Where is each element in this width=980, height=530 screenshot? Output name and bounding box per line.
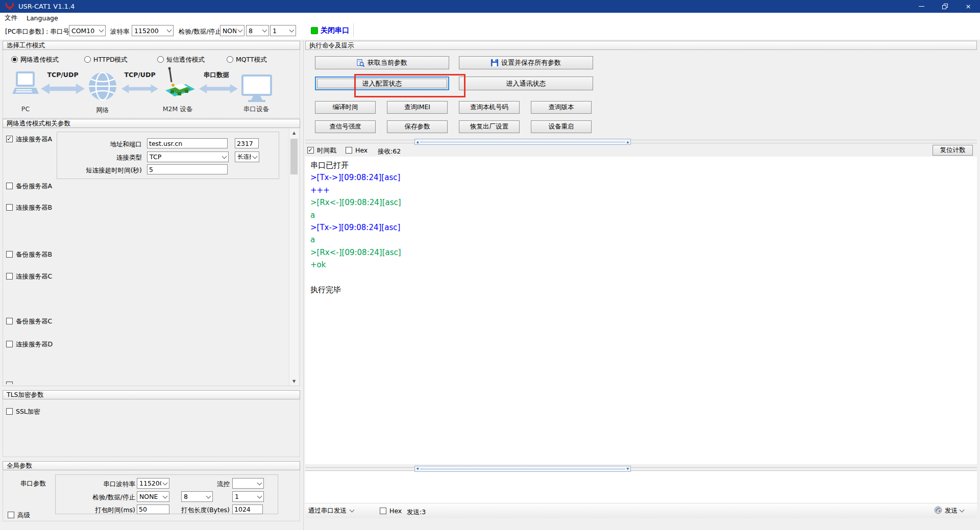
- pack-time-input[interactable]: [137, 504, 169, 514]
- minimize-button[interactable]: [910, 0, 933, 13]
- scroll-down-icon[interactable]: ▼: [289, 377, 299, 386]
- save-params-button[interactable]: 保存参数: [387, 120, 448, 133]
- log-blank-line: [310, 271, 972, 284]
- pc-serial-params-label: [PC串口参数]：串口号: [5, 28, 69, 35]
- radio-net-passthrough-label[interactable]: 网络透传模式: [20, 56, 59, 63]
- send-via-serial-dropdown[interactable]: 通过串口发送: [308, 507, 354, 514]
- send-input-area[interactable]: [305, 471, 977, 503]
- log-line: >[Rx<-][09:08:24][asc]: [310, 246, 972, 259]
- server-c-label[interactable]: 连接服务器C: [16, 272, 52, 280]
- log-line: >[Tx->][09:08:24][asc]: [310, 171, 972, 184]
- parity-select[interactable]: NONE: [220, 25, 244, 36]
- log-hex-label[interactable]: Hex: [355, 146, 368, 154]
- menubar: 文件 Language: [0, 13, 980, 23]
- scrollbar-thumb[interactable]: [290, 139, 298, 174]
- set-save-all-params-button[interactable]: 设置并保存所有参数: [459, 56, 593, 69]
- serial-databits-select[interactable]: 8: [181, 491, 213, 502]
- advanced-checkbox[interactable]: [8, 512, 14, 518]
- advanced-label[interactable]: 高级: [17, 511, 30, 519]
- m2m-node-label: M2M 设备: [157, 105, 198, 114]
- panel-divider[interactable]: [303, 40, 304, 530]
- log-output[interactable]: 串口已打开 >[Tx->][09:08:24][asc] +++ >[Rx<-]…: [305, 157, 977, 464]
- send-button[interactable]: 发送: [934, 506, 964, 514]
- pack-length-input[interactable]: [232, 504, 263, 514]
- compile-time-button[interactable]: 编译时间: [315, 101, 376, 114]
- port-open-status-icon: [311, 27, 318, 34]
- log-line: a: [310, 209, 972, 221]
- serial-device-icon: [241, 74, 273, 103]
- pc-node-label: PC: [12, 105, 39, 113]
- radio-mqtt-label[interactable]: MQTT模式: [236, 56, 267, 63]
- menu-language[interactable]: Language: [22, 13, 63, 23]
- radio-mqtt-mode[interactable]: [227, 56, 233, 63]
- close-button[interactable]: ×: [957, 0, 980, 13]
- log-hex-checkbox[interactable]: [346, 147, 352, 154]
- server-a-checkbox[interactable]: [6, 136, 13, 142]
- link-network-m2m-label: TCP/UDP: [121, 71, 158, 79]
- backup-server-a-checkbox[interactable]: [6, 183, 13, 189]
- reset-count-button[interactable]: 复位计数: [933, 145, 973, 156]
- search-doc-icon: [357, 59, 364, 67]
- get-current-params-button[interactable]: 获取当前参数: [315, 56, 449, 69]
- server-b-label[interactable]: 连接服务器B: [16, 204, 52, 211]
- server-d-checkbox[interactable]: [6, 341, 13, 347]
- query-local-number-button[interactable]: 查询本机号码: [459, 101, 520, 114]
- server-d-label[interactable]: 连接服务器D: [16, 340, 53, 348]
- keepalive-select[interactable]: 长连接: [235, 152, 259, 162]
- enter-config-state-button[interactable]: 进入配置状态: [315, 77, 449, 90]
- databits-select[interactable]: 8: [246, 25, 269, 36]
- short-conn-timeout-input[interactable]: [147, 164, 228, 174]
- ssl-label[interactable]: SSL加密: [16, 408, 40, 415]
- maximize-button[interactable]: [933, 0, 957, 13]
- query-version-button[interactable]: 查询版本: [531, 101, 592, 114]
- backup-server-b-label[interactable]: 备份服务器B: [16, 250, 52, 258]
- flow-control-select[interactable]: [232, 478, 264, 489]
- chevron-down-icon: [261, 30, 268, 32]
- query-imei-button[interactable]: 查询IMEI: [387, 101, 448, 114]
- server-b-checkbox[interactable]: [6, 204, 13, 211]
- sent-count: 发送:3: [407, 508, 426, 516]
- server-a-port-input[interactable]: [235, 138, 259, 148]
- enter-comm-state-button[interactable]: 进入通讯状态: [459, 77, 593, 90]
- log-splitter-bar[interactable]: [305, 140, 977, 143]
- net-params-scrollbar[interactable]: ▲ ▼: [289, 129, 298, 386]
- send-hex-label[interactable]: Hex: [389, 507, 402, 515]
- server-a-label[interactable]: 连接服务器A: [16, 135, 52, 143]
- query-signal-button[interactable]: 查信号强度: [315, 120, 376, 133]
- backup-server-b-checkbox[interactable]: [6, 251, 13, 258]
- timestamp-checkbox[interactable]: [307, 147, 314, 154]
- chevron-down-icon: [161, 483, 169, 485]
- serial-parity-select[interactable]: NONE: [137, 491, 169, 502]
- send-splitter-handle[interactable]: ▼ ▼: [414, 466, 631, 472]
- serial-stopbits-select[interactable]: 1: [232, 491, 264, 502]
- serial-params-group-label: 串口参数: [20, 479, 46, 487]
- menu-file[interactable]: 文件: [0, 13, 22, 23]
- send-splitter-bar[interactable]: [305, 467, 977, 471]
- serial-baud-label: 串口波特率: [77, 480, 135, 488]
- radio-sms-passthrough-mode[interactable]: [157, 56, 164, 63]
- radio-sms-passthrough-label[interactable]: 短信透传模式: [166, 56, 205, 63]
- radio-httpd-mode[interactable]: [84, 56, 91, 63]
- factory-reset-button[interactable]: 恢复出厂设置: [459, 120, 520, 133]
- serial-baud-select[interactable]: 115200: [137, 478, 169, 489]
- device-restart-button[interactable]: 设备重启: [531, 120, 592, 133]
- send-hex-checkbox[interactable]: [380, 508, 386, 514]
- send-icon: [934, 506, 942, 514]
- server-a-address-input[interactable]: [147, 138, 228, 148]
- addr-port-label: 地址和端口: [82, 140, 142, 148]
- baud-select[interactable]: 115200: [132, 25, 174, 36]
- conn-type-select[interactable]: TCP: [147, 152, 229, 162]
- ssl-checkbox[interactable]: [6, 408, 13, 415]
- timestamp-label[interactable]: 时间戳: [317, 146, 336, 154]
- radio-net-passthrough-mode[interactable]: [11, 56, 18, 63]
- log-splitter-handle[interactable]: ▲ ▲: [414, 139, 631, 145]
- close-port-button[interactable]: 关闭串口: [321, 26, 349, 35]
- backup-server-c-checkbox[interactable]: [6, 318, 13, 324]
- backup-server-c-label[interactable]: 备份服务器C: [16, 317, 52, 325]
- radio-httpd-label[interactable]: HTTPD模式: [93, 56, 128, 63]
- com-port-select[interactable]: COM10: [69, 25, 106, 36]
- backup-server-a-label[interactable]: 备份服务器A: [16, 182, 52, 190]
- scroll-up-icon[interactable]: ▲: [289, 129, 299, 137]
- server-c-checkbox[interactable]: [6, 273, 13, 280]
- stopbits-select[interactable]: 1: [270, 25, 296, 36]
